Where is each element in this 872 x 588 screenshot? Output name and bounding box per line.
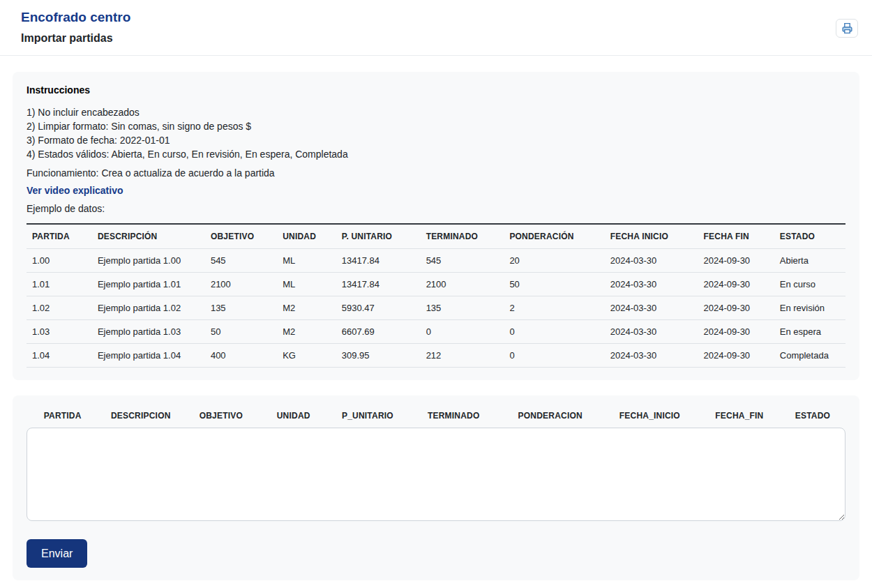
table-row: 1.04 Ejemplo partida 1.04 400 KG 309.95 … xyxy=(27,344,845,368)
cell-fecha-inicio: 2024-03-30 xyxy=(605,344,698,368)
cell-descripcion: Ejemplo partida 1.04 xyxy=(92,344,205,368)
col-header-estado: ESTADO xyxy=(774,224,845,249)
cell-descripcion: Ejemplo partida 1.02 xyxy=(92,296,205,320)
page-header: Encofrado centro Importar partidas xyxy=(0,0,872,56)
cell-fecha-inicio: 2024-03-30 xyxy=(605,320,698,344)
table-row: 1.00 Ejemplo partida 1.00 545 ML 13417.8… xyxy=(27,249,845,273)
form-col-fecha-fin: FECHA_FIN xyxy=(699,411,780,421)
cell-objetivo: 2100 xyxy=(205,273,277,296)
printer-icon xyxy=(841,22,853,34)
cell-fecha-fin: 2024-09-30 xyxy=(698,320,774,344)
cell-partida: 1.00 xyxy=(27,249,92,273)
cell-ponderacion: 50 xyxy=(504,273,604,296)
import-data-textarea[interactable] xyxy=(27,428,845,521)
cell-p-unitario: 13417.84 xyxy=(336,273,421,296)
instruction-line-3: 3) Formato de fecha: 2022-01-01 xyxy=(27,133,845,147)
example-data-label: Ejemplo de datos: xyxy=(27,203,845,214)
cell-p-unitario: 5930.47 xyxy=(336,296,421,320)
col-header-partida: PARTIDA xyxy=(27,224,92,249)
import-column-headers: PARTIDA DESCRIPCION OBJETIVO UNIDAD P_UN… xyxy=(27,411,845,421)
example-data-table: PARTIDA DESCRIPCIÓN OBJETIVO UNIDAD P. U… xyxy=(27,223,845,368)
cell-terminado: 135 xyxy=(421,296,504,320)
cell-fecha-fin: 2024-09-30 xyxy=(698,249,774,273)
form-col-objetivo: OBJETIVO xyxy=(183,411,259,421)
cell-objetivo: 400 xyxy=(205,344,277,368)
cell-terminado: 2100 xyxy=(421,273,504,296)
cell-fecha-fin: 2024-09-30 xyxy=(698,273,774,296)
cell-fecha-inicio: 2024-03-30 xyxy=(605,249,698,273)
cell-objetivo: 135 xyxy=(205,296,277,320)
form-col-unidad: UNIDAD xyxy=(259,411,328,421)
cell-p-unitario: 6607.69 xyxy=(336,320,421,344)
main-content: Instrucciones 1) No incluir encabezados … xyxy=(0,56,872,580)
instruction-line-2: 2) Limpiar formato: Sin comas, sin signo… xyxy=(27,119,845,133)
form-col-terminado: TERMINADO xyxy=(407,411,500,421)
cell-estado: En curso xyxy=(774,273,845,296)
form-col-ponderacion: PONDERACION xyxy=(500,411,601,421)
table-row: 1.01 Ejemplo partida 1.01 2100 ML 13417.… xyxy=(27,273,845,296)
cell-ponderacion: 2 xyxy=(504,296,604,320)
col-header-p-unitario: P. UNITARIO xyxy=(336,224,421,249)
form-col-p-unitario: P_UNITARIO xyxy=(328,411,407,421)
instructions-card: Instrucciones 1) No incluir encabezados … xyxy=(13,72,859,380)
import-form-card: PARTIDA DESCRIPCION OBJETIVO UNIDAD P_UN… xyxy=(13,395,859,580)
form-col-descripcion: DESCRIPCION xyxy=(98,411,183,421)
cell-estado: En espera xyxy=(774,320,845,344)
cell-estado: En revisión xyxy=(774,296,845,320)
page-title: Importar partidas xyxy=(21,31,858,45)
col-header-fecha-fin: FECHA FIN xyxy=(698,224,774,249)
cell-unidad: KG xyxy=(277,344,336,368)
cell-partida: 1.04 xyxy=(27,344,92,368)
cell-partida: 1.03 xyxy=(27,320,92,344)
functioning-note: Funcionamiento: Crea o actualiza de acue… xyxy=(27,167,845,179)
cell-terminado: 212 xyxy=(421,344,504,368)
col-header-ponderacion: PONDERACIÓN xyxy=(504,224,604,249)
cell-terminado: 545 xyxy=(421,249,504,273)
cell-ponderacion: 0 xyxy=(504,344,604,368)
col-header-fecha-inicio: FECHA INICIO xyxy=(605,224,698,249)
cell-objetivo: 50 xyxy=(205,320,277,344)
cell-descripcion: Ejemplo partida 1.01 xyxy=(92,273,205,296)
instruction-line-1: 1) No incluir encabezados xyxy=(27,105,845,119)
cell-estado: Completada xyxy=(774,344,845,368)
col-header-descripcion: DESCRIPCIÓN xyxy=(92,224,205,249)
cell-terminado: 0 xyxy=(421,320,504,344)
example-table-header-row: PARTIDA DESCRIPCIÓN OBJETIVO UNIDAD P. U… xyxy=(27,224,845,249)
cell-ponderacion: 20 xyxy=(504,249,604,273)
instruction-line-4: 4) Estados válidos: Abierta, En curso, E… xyxy=(27,147,845,161)
form-col-fecha-inicio: FECHA_INICIO xyxy=(601,411,699,421)
cell-p-unitario: 13417.84 xyxy=(336,249,421,273)
video-tutorial-link[interactable]: Ver video explicativo xyxy=(27,185,123,196)
cell-estado: Abierta xyxy=(774,249,845,273)
print-button[interactable] xyxy=(836,19,858,38)
cell-unidad: ML xyxy=(277,249,336,273)
form-col-partida: PARTIDA xyxy=(27,411,98,421)
app-title: Encofrado centro xyxy=(21,9,858,26)
col-header-terminado: TERMINADO xyxy=(421,224,504,249)
cell-descripcion: Ejemplo partida 1.00 xyxy=(92,249,205,273)
cell-fecha-inicio: 2024-03-30 xyxy=(605,273,698,296)
cell-unidad: ML xyxy=(277,273,336,296)
cell-unidad: M2 xyxy=(277,320,336,344)
cell-unidad: M2 xyxy=(277,296,336,320)
col-header-unidad: UNIDAD xyxy=(277,224,336,249)
table-row: 1.03 Ejemplo partida 1.03 50 M2 6607.69 … xyxy=(27,320,845,344)
cell-p-unitario: 309.95 xyxy=(336,344,421,368)
cell-objetivo: 545 xyxy=(205,249,277,273)
col-header-objetivo: OBJETIVO xyxy=(205,224,277,249)
submit-button[interactable]: Enviar xyxy=(27,539,87,568)
cell-fecha-fin: 2024-09-30 xyxy=(698,296,774,320)
cell-descripcion: Ejemplo partida 1.03 xyxy=(92,320,205,344)
cell-partida: 1.02 xyxy=(27,296,92,320)
cell-partida: 1.01 xyxy=(27,273,92,296)
instructions-title: Instrucciones xyxy=(27,84,845,96)
cell-ponderacion: 0 xyxy=(504,320,604,344)
form-col-estado: ESTADO xyxy=(780,411,845,421)
cell-fecha-inicio: 2024-03-30 xyxy=(605,296,698,320)
cell-fecha-fin: 2024-09-30 xyxy=(698,344,774,368)
table-row: 1.02 Ejemplo partida 1.02 135 M2 5930.47… xyxy=(27,296,845,320)
